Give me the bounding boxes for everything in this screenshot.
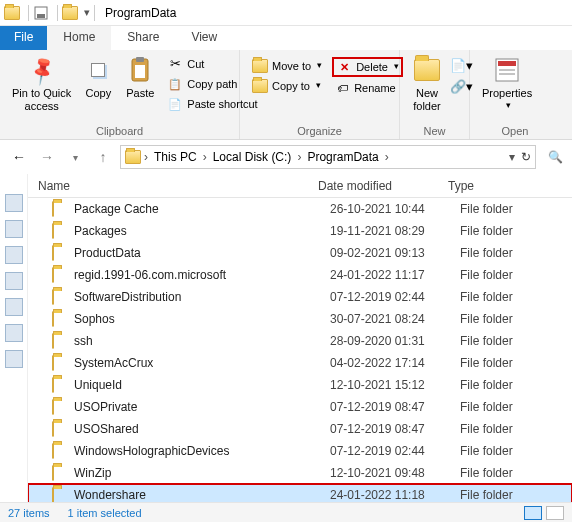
table-row[interactable]: Wondershare24-01-2022 11:18File folder — [28, 484, 572, 502]
folder-icon — [52, 356, 68, 370]
scissors-icon — [167, 56, 183, 72]
row-date: 07-12-2019 08:47 — [330, 422, 460, 436]
row-type: File folder — [460, 378, 560, 392]
qa-save-icon[interactable] — [33, 5, 49, 21]
move-to-button[interactable]: Move to▾ — [250, 57, 324, 75]
table-row[interactable]: Packages19-11-2021 08:29File folder — [28, 220, 572, 242]
row-name: ssh — [74, 334, 330, 348]
address-bar[interactable]: This PC Local Disk (C:) ProgramData ▾ ↻ — [120, 145, 536, 169]
col-name[interactable]: Name — [38, 179, 318, 193]
row-type: File folder — [460, 268, 560, 282]
nav-back-button[interactable]: ← — [8, 149, 30, 165]
column-headers[interactable]: Name Date modified Type — [28, 174, 572, 198]
file-list: Name Date modified Type Package Cache26-… — [28, 174, 572, 502]
nav-up-button[interactable]: ↑ — [92, 149, 114, 165]
window-folder-icon — [4, 5, 20, 21]
table-row[interactable]: Sophos30-07-2021 08:24File folder — [28, 308, 572, 330]
svg-rect-1 — [37, 14, 45, 18]
address-row: ← → ▾ ↑ This PC Local Disk (C:) ProgramD… — [0, 140, 572, 174]
row-date: 07-12-2019 02:44 — [330, 444, 460, 458]
refresh-button[interactable]: ↻ — [521, 150, 531, 164]
folder-icon — [52, 246, 68, 260]
table-row[interactable]: ProductData09-02-2021 09:13File folder — [28, 242, 572, 264]
breadcrumb[interactable]: ProgramData — [307, 150, 378, 164]
tab-home[interactable]: Home — [47, 26, 111, 50]
col-type[interactable]: Type — [448, 179, 548, 193]
table-row[interactable]: SystemAcCrux04-02-2022 17:14File folder — [28, 352, 572, 374]
paste-button[interactable]: Paste — [119, 53, 161, 102]
table-row[interactable]: UniqueId12-10-2021 15:12File folder — [28, 374, 572, 396]
folder-icon — [52, 422, 68, 436]
status-item-count: 27 items — [8, 507, 50, 519]
view-large-icons-button[interactable] — [546, 506, 564, 520]
ribbon-group-open-label: Open — [476, 123, 554, 137]
nav-pane[interactable] — [0, 174, 28, 502]
table-row[interactable]: Package Cache26-10-2021 10:44File folder — [28, 198, 572, 220]
folder-icon — [52, 444, 68, 458]
breadcrumb[interactable]: This PC — [154, 150, 197, 164]
folder-icon — [52, 488, 68, 502]
ribbon-tabs: File Home Share View — [0, 26, 572, 50]
table-row[interactable]: USOPrivate07-12-2019 08:47File folder — [28, 396, 572, 418]
row-type: File folder — [460, 202, 560, 216]
title-bar: ▾ ProgramData — [0, 0, 572, 26]
tab-file[interactable]: File — [0, 26, 47, 50]
table-row[interactable]: USOShared07-12-2019 08:47File folder — [28, 418, 572, 440]
folder-icon — [52, 334, 68, 348]
row-name: Sophos — [74, 312, 330, 326]
window-title: ProgramData — [105, 6, 176, 20]
table-row[interactable]: WindowsHolographicDevices07-12-2019 02:4… — [28, 440, 572, 462]
row-date: 24-01-2022 11:17 — [330, 268, 460, 282]
row-date: 09-02-2021 09:13 — [330, 246, 460, 260]
status-selection: 1 item selected — [68, 507, 142, 519]
new-folder-button[interactable]: New folder — [406, 53, 448, 114]
folder-icon — [52, 268, 68, 282]
rename-button[interactable]: 🏷Rename — [332, 79, 403, 97]
row-date: 07-12-2019 08:47 — [330, 400, 460, 414]
delete-button[interactable]: ✕Delete▾ — [332, 57, 403, 77]
row-name: WindowsHolographicDevices — [74, 444, 330, 458]
qa-folder-icon[interactable] — [62, 5, 78, 21]
pin-to-quick-access-button[interactable]: 📌 Pin to Quick access — [6, 53, 77, 114]
breadcrumb[interactable]: Local Disk (C:) — [213, 150, 292, 164]
view-details-button[interactable] — [524, 506, 542, 520]
copy-button[interactable]: Copy — [77, 53, 119, 102]
ribbon-group-clipboard-label: Clipboard — [6, 123, 233, 137]
copy-icon — [83, 55, 113, 85]
tab-share[interactable]: Share — [111, 26, 175, 50]
row-name: Package Cache — [74, 202, 330, 216]
table-row[interactable]: WinZip12-10-2021 09:48File folder — [28, 462, 572, 484]
row-type: File folder — [460, 466, 560, 480]
copy-to-button[interactable]: Copy to▾ — [250, 77, 324, 95]
search-button[interactable]: 🔍 — [546, 150, 564, 164]
new-folder-icon — [412, 55, 442, 85]
tab-view[interactable]: View — [175, 26, 233, 50]
col-date[interactable]: Date modified — [318, 179, 448, 193]
address-dropdown[interactable]: ▾ — [509, 150, 515, 164]
table-row[interactable]: ssh28-09-2020 01:31File folder — [28, 330, 572, 352]
qa-dropdown[interactable]: ▾ — [84, 6, 90, 19]
row-name: UniqueId — [74, 378, 330, 392]
table-row[interactable]: regid.1991-06.com.microsoft24-01-2022 11… — [28, 264, 572, 286]
row-name: USOShared — [74, 422, 330, 436]
folder-icon — [52, 466, 68, 480]
folder-icon — [52, 312, 68, 326]
table-row[interactable]: SoftwareDistribution07-12-2019 02:44File… — [28, 286, 572, 308]
row-type: File folder — [460, 246, 560, 260]
row-date: 26-10-2021 10:44 — [330, 202, 460, 216]
row-name: Packages — [74, 224, 330, 238]
address-folder-icon — [125, 149, 141, 165]
nav-forward-button[interactable]: → — [36, 149, 58, 165]
row-date: 24-01-2022 11:18 — [330, 488, 460, 502]
content-area: Name Date modified Type Package Cache26-… — [0, 174, 572, 502]
row-name: SoftwareDistribution — [74, 290, 330, 304]
properties-button[interactable]: Properties▾ — [476, 53, 538, 112]
row-type: File folder — [460, 488, 560, 502]
path-icon: 📋 — [167, 76, 183, 92]
row-date: 12-10-2021 15:12 — [330, 378, 460, 392]
nav-history-dropdown[interactable]: ▾ — [64, 152, 86, 163]
row-type: File folder — [460, 356, 560, 370]
status-bar: 27 items 1 item selected — [0, 502, 572, 522]
chevron-down-icon: ▾ — [317, 60, 322, 72]
pin-icon: 📌 — [21, 49, 63, 91]
